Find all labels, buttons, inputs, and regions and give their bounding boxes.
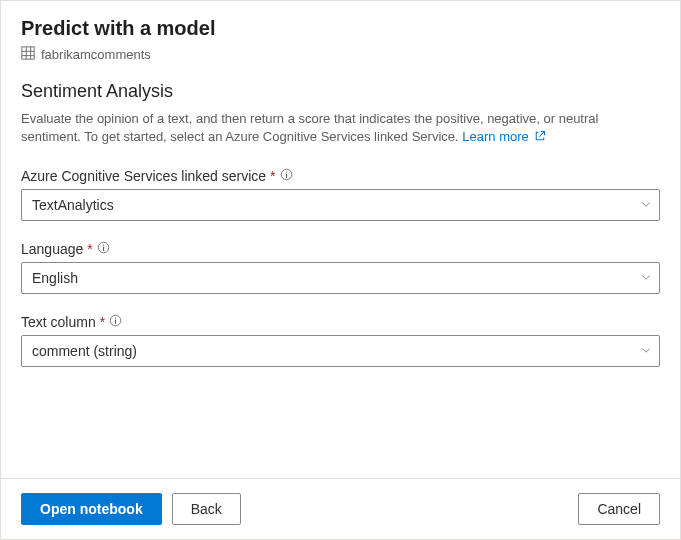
text-column-label: Text column * (21, 314, 660, 330)
text-column-select-wrap: comment (string) (21, 335, 660, 367)
page-title: Predict with a model (21, 17, 660, 40)
svg-point-6 (285, 172, 286, 173)
language-field: Language * English (21, 241, 660, 294)
info-icon[interactable] (280, 168, 293, 184)
text-column-field: Text column * comment (string) (21, 314, 660, 367)
svg-rect-7 (285, 174, 286, 178)
language-label: Language * (21, 241, 660, 257)
back-button[interactable]: Back (172, 493, 241, 525)
learn-more-link[interactable]: Learn more (462, 129, 546, 144)
linked-service-select[interactable]: TextAnalytics (21, 189, 660, 221)
svg-rect-10 (103, 247, 104, 251)
required-marker: * (87, 241, 92, 257)
breadcrumb-text: fabrikamcomments (41, 47, 151, 62)
linked-service-label-text: Azure Cognitive Services linked service (21, 168, 266, 184)
cancel-button[interactable]: Cancel (578, 493, 660, 525)
external-link-icon (532, 129, 546, 144)
svg-point-12 (115, 318, 116, 319)
text-column-label-text: Text column (21, 314, 96, 330)
text-column-select[interactable]: comment (string) (21, 335, 660, 367)
svg-point-9 (103, 245, 104, 246)
info-icon[interactable] (109, 314, 122, 330)
language-label-text: Language (21, 241, 83, 257)
section-description: Evaluate the opinion of a text, and then… (21, 110, 660, 146)
panel-footer: Open notebook Back Cancel (1, 478, 680, 539)
required-marker: * (100, 314, 105, 330)
section-title: Sentiment Analysis (21, 81, 660, 102)
linked-service-label: Azure Cognitive Services linked service … (21, 168, 660, 184)
learn-more-text: Learn more (462, 129, 528, 144)
linked-service-field: Azure Cognitive Services linked service … (21, 168, 660, 221)
table-icon (21, 46, 35, 63)
language-select-wrap: English (21, 262, 660, 294)
open-notebook-button[interactable]: Open notebook (21, 493, 162, 525)
svg-rect-0 (22, 47, 34, 59)
breadcrumb: fabrikamcomments (21, 46, 660, 63)
panel-content: Predict with a model fabrikamcomments Se… (1, 1, 680, 478)
info-icon[interactable] (97, 241, 110, 257)
language-select[interactable]: English (21, 262, 660, 294)
required-marker: * (270, 168, 275, 184)
predict-model-panel: Predict with a model fabrikamcomments Se… (0, 0, 681, 540)
linked-service-select-wrap: TextAnalytics (21, 189, 660, 221)
svg-rect-13 (115, 320, 116, 324)
